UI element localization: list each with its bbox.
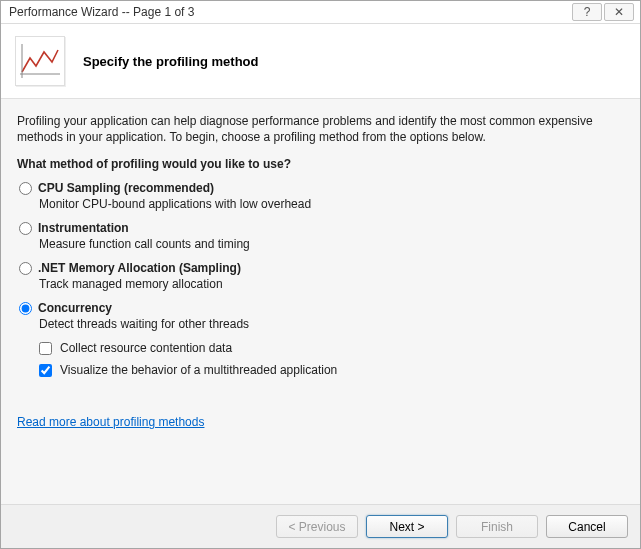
finish-button: Finish bbox=[456, 515, 538, 538]
help-button[interactable]: ? bbox=[572, 3, 602, 21]
option-desc: Track managed memory allocation bbox=[39, 277, 624, 291]
intro-text: Profiling your application can help diag… bbox=[17, 113, 624, 145]
previous-button: < Previous bbox=[276, 515, 358, 538]
check-collect-contention[interactable]: Collect resource contention data bbox=[39, 341, 624, 355]
cancel-button[interactable]: Cancel bbox=[546, 515, 628, 538]
option-net-memory: .NET Memory Allocation (Sampling) Track … bbox=[17, 261, 624, 291]
titlebar: Performance Wizard -- Page 1 of 3 ? ✕ bbox=[1, 1, 640, 24]
option-instrumentation: Instrumentation Measure function call co… bbox=[17, 221, 624, 251]
radio-instrumentation[interactable]: Instrumentation bbox=[17, 221, 624, 235]
radio-instrumentation-input[interactable] bbox=[19, 222, 32, 235]
wizard-heading: Specify the profiling method bbox=[83, 54, 259, 69]
help-icon: ? bbox=[584, 5, 591, 19]
option-desc: Monitor CPU-bound applications with low … bbox=[39, 197, 624, 211]
close-button[interactable]: ✕ bbox=[604, 3, 634, 21]
wizard-header: Specify the profiling method bbox=[1, 24, 640, 99]
wizard-footer: < Previous Next > Finish Cancel bbox=[1, 504, 640, 548]
svg-rect-0 bbox=[20, 44, 60, 78]
check-label: Collect resource contention data bbox=[60, 341, 232, 355]
learn-more-link[interactable]: Read more about profiling methods bbox=[17, 415, 204, 429]
option-label: Instrumentation bbox=[38, 221, 129, 235]
wizard-body: Profiling your application can help diag… bbox=[1, 99, 640, 504]
next-button[interactable]: Next > bbox=[366, 515, 448, 538]
option-label: CPU Sampling (recommended) bbox=[38, 181, 214, 195]
option-label: Concurrency bbox=[38, 301, 112, 315]
option-label: .NET Memory Allocation (Sampling) bbox=[38, 261, 241, 275]
check-label: Visualize the behavior of a multithreade… bbox=[60, 363, 337, 377]
concurrency-subchecks: Collect resource contention data Visuali… bbox=[39, 341, 624, 377]
radio-concurrency-input[interactable] bbox=[19, 302, 32, 315]
radio-net-memory[interactable]: .NET Memory Allocation (Sampling) bbox=[17, 261, 624, 275]
chart-icon bbox=[15, 36, 65, 86]
check-visualize-multithreaded-input[interactable] bbox=[39, 364, 52, 377]
radio-concurrency[interactable]: Concurrency bbox=[17, 301, 624, 315]
radio-cpu-sampling-input[interactable] bbox=[19, 182, 32, 195]
option-concurrency: Concurrency Detect threads waiting for o… bbox=[17, 301, 624, 377]
check-visualize-multithreaded[interactable]: Visualize the behavior of a multithreade… bbox=[39, 363, 624, 377]
option-desc: Measure function call counts and timing bbox=[39, 237, 624, 251]
option-desc: Detect threads waiting for other threads bbox=[39, 317, 624, 331]
wizard-window: Performance Wizard -- Page 1 of 3 ? ✕ Sp… bbox=[0, 0, 641, 549]
close-icon: ✕ bbox=[614, 5, 624, 19]
radio-net-memory-input[interactable] bbox=[19, 262, 32, 275]
check-collect-contention-input[interactable] bbox=[39, 342, 52, 355]
question-text: What method of profiling would you like … bbox=[17, 157, 624, 171]
window-title: Performance Wizard -- Page 1 of 3 bbox=[9, 5, 194, 19]
option-cpu-sampling: CPU Sampling (recommended) Monitor CPU-b… bbox=[17, 181, 624, 211]
radio-cpu-sampling[interactable]: CPU Sampling (recommended) bbox=[17, 181, 624, 195]
